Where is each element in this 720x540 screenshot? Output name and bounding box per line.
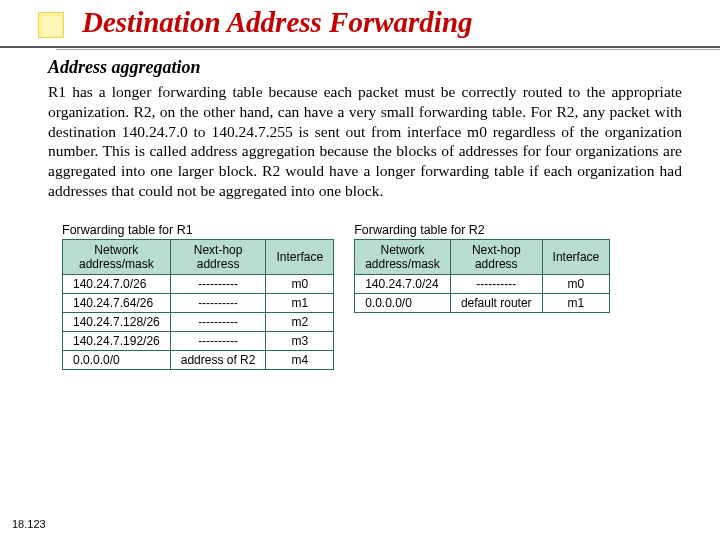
table-row: 140.24.7.128/26----------m2 xyxy=(63,312,334,331)
page-title: Destination Address Forwarding xyxy=(82,6,473,39)
title-underline-secondary xyxy=(56,49,720,50)
title-bullet-icon xyxy=(38,12,64,38)
table-r2-caption: Forwarding table for R2 xyxy=(354,223,610,237)
table-r1-caption: Forwarding table for R1 xyxy=(62,223,334,237)
table-row: 140.24.7.0/26----------m0 xyxy=(63,274,334,293)
th-nexthop: Next-hopaddress xyxy=(170,239,266,274)
th-network: Networkaddress/mask xyxy=(355,239,451,274)
page-number: 18.123 xyxy=(12,518,46,530)
title-underline xyxy=(0,46,720,48)
table-row: 0.0.0.0/0default routerm1 xyxy=(355,293,610,312)
table-r2: Forwarding table for R2 Networkaddress/m… xyxy=(354,223,610,370)
th-network: Networkaddress/mask xyxy=(63,239,171,274)
table-r1-grid: Networkaddress/mask Next-hopaddress Inte… xyxy=(62,239,334,370)
th-nexthop: Next-hopaddress xyxy=(450,239,542,274)
table-r1: Forwarding table for R1 Networkaddress/m… xyxy=(62,223,334,370)
table-row: 140.24.7.192/26----------m3 xyxy=(63,331,334,350)
th-interface: Interface xyxy=(266,239,334,274)
table-row: 0.0.0.0/0address of R2m4 xyxy=(63,350,334,369)
table-row: 140.24.7.64/26----------m1 xyxy=(63,293,334,312)
table-row: 140.24.7.0/24----------m0 xyxy=(355,274,610,293)
body-paragraph: R1 has a longer forwarding table because… xyxy=(48,82,682,201)
th-interface: Interface xyxy=(542,239,610,274)
subtitle: Address aggregation xyxy=(48,57,720,78)
table-r2-grid: Networkaddress/mask Next-hopaddress Inte… xyxy=(354,239,610,313)
